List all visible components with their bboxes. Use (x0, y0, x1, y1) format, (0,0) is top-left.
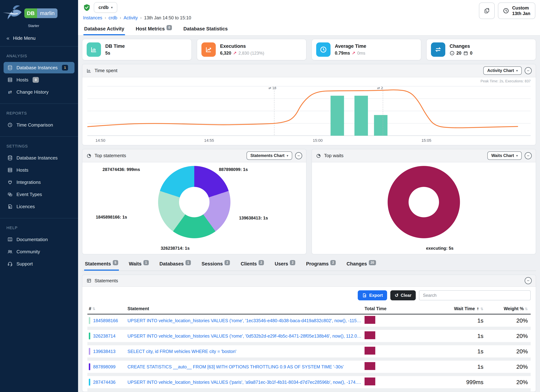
statement-sql-link[interactable]: UPSERT INTO vehicle_location_histories V… (127, 333, 362, 339)
sidebar-item-label: Support (16, 261, 33, 267)
section-title: REPORTS (6, 111, 72, 116)
clock-icon (503, 8, 509, 14)
top-waits-header: Top waits Waits Chart ▾ − (312, 149, 536, 162)
statement-sql-link[interactable]: CREATE STATISTICS __auto__ FROM [63] WIT… (127, 364, 362, 369)
wait-time-cell: 1s (424, 348, 485, 355)
clock-icon (7, 122, 13, 128)
statements-donut-chart[interactable] (158, 166, 230, 238)
sidebar-item-change-history[interactable]: ⇄ Change History (4, 86, 75, 98)
collapse-panel-button[interactable]: − (295, 152, 302, 159)
peak-note: Peak Time: 2s, Executions: 837 (87, 78, 531, 83)
waits-donut-chart[interactable] (388, 166, 460, 238)
sidebar-item-label: Licences (16, 204, 35, 209)
sidebar-item-event-types[interactable]: Event Types (4, 189, 75, 200)
column-header-wait-time[interactable]: Wait Time↑⇅ (424, 306, 485, 311)
subtab-users[interactable]: Users 2 (274, 259, 296, 271)
breadcrumb-crdb[interactable]: crdb (109, 15, 117, 20)
top-waits-panel: Top waits Waits Chart ▾ − executing: 5s (311, 149, 536, 254)
statement-sql-cell: SELECT city, id FROM vehicles WHERE city… (126, 349, 363, 354)
x-axis-label: 15:05 (421, 138, 431, 143)
sidebar-section-analysis: ANALYSIS Database Instances 1 Hosts 0 ⇄ … (0, 47, 78, 104)
time-spent-chart[interactable]: ⇄ 18⇄ 2 (87, 83, 531, 137)
server-icon (7, 167, 13, 173)
collapse-panel-button[interactable]: − (525, 277, 532, 284)
statement-id-link[interactable]: 887898099 (93, 364, 115, 369)
copy-icon (484, 8, 490, 14)
copy-link-button[interactable] (479, 3, 495, 19)
search-input[interactable] (419, 290, 531, 300)
export-button[interactable]: Export (358, 290, 387, 300)
subtab-databases[interactable]: Databases 1 (159, 259, 192, 271)
clear-button[interactable]: ↺ Clear (390, 290, 416, 300)
count-badge: 0 (33, 77, 39, 83)
sidebar-item-licences[interactable]: Licences (4, 201, 75, 212)
tab-database-activity[interactable]: Database Activity (83, 23, 125, 35)
statement-sql-link[interactable]: UPSERT INTO vehicle_location_histories V… (127, 380, 362, 385)
tab-database-statistics[interactable]: Database Statistics (183, 23, 229, 35)
sidebar-item-support[interactable]: Support (4, 258, 75, 270)
breadcrumb: Instances › crdb › Activity › 13th Jan 1… (83, 15, 535, 20)
card-value: 0.79ms (335, 50, 350, 56)
subtab-statements[interactable]: Statements 5 (84, 259, 119, 271)
breadcrumb-instances[interactable]: Instances (83, 15, 102, 20)
statement-id-link[interactable]: 139638413 (93, 349, 115, 354)
tab-label: Host Metrics (136, 26, 165, 32)
sidebar-item-time-comparison[interactable]: Time Comparison (4, 119, 75, 131)
statements-chart-select[interactable]: Statements Chart ▾ (246, 151, 292, 160)
total-time-cell (363, 347, 424, 356)
instance-selector[interactable]: crdb ▾ (94, 2, 117, 13)
statement-id-link[interactable]: 287474436 (93, 380, 115, 385)
subtab-label: Users (275, 261, 288, 267)
hide-menu-button[interactable]: « Hide Menu (0, 30, 78, 47)
sidebar-item-community[interactable]: Community (4, 246, 75, 257)
sidebar-item-integrations[interactable]: Integrations (4, 177, 75, 188)
collapse-panel-button[interactable]: − (525, 67, 532, 74)
marlin-fish-logo-icon (2, 4, 24, 23)
collapse-panel-button[interactable]: − (525, 152, 532, 159)
card-title: Executions (220, 44, 264, 49)
count-badge: 2 (290, 260, 295, 265)
subtab-clients[interactable]: Clients 2 (240, 259, 265, 271)
panel-title: Top waits (324, 153, 343, 159)
export-icon (362, 293, 367, 298)
column-header-total-time[interactable]: Total Time (363, 306, 424, 311)
total-time-cell (363, 316, 424, 325)
breadcrumb-activity[interactable]: Activity (124, 15, 138, 20)
trend-up-icon: ↗ (233, 51, 237, 56)
statement-sql-link[interactable]: SELECT city, id FROM vehicles WHERE city… (127, 349, 362, 354)
main-area: crdb ▾ Instances › crdb › Activity › 13t… (78, 0, 540, 392)
tab-host-metrics[interactable]: Host Metrics 0 (135, 23, 173, 35)
sidebar-item-database-instances[interactable]: Database Instances 1 (4, 62, 75, 73)
sidebar-item-settings-database-instances[interactable]: Database Instances (4, 152, 75, 164)
subtab-changes[interactable]: Changes 20 (346, 259, 376, 271)
weight-cell: 20% (485, 348, 531, 355)
subtab-sessions[interactable]: Sessions 2 (201, 259, 231, 271)
subtab-waits[interactable]: Waits 1 (128, 259, 150, 271)
change-history-icon: ⇄ (7, 89, 13, 95)
card-title: DB Time (105, 44, 125, 49)
sidebar-item-documentation[interactable]: Documentation (4, 234, 75, 245)
statement-sql-cell: CREATE STATISTICS __auto__ FROM [63] WIT… (126, 364, 363, 369)
statement-id-link[interactable]: 1845898166 (93, 318, 118, 323)
column-header-weight[interactable]: Weight %⇅ (485, 306, 531, 311)
export-label: Export (369, 293, 383, 298)
range-mode: Custom (512, 5, 529, 10)
activity-chart-select[interactable]: Activity Chart ▾ (483, 66, 522, 75)
column-header-num[interactable]: #⇅ (87, 306, 126, 311)
subtab-programs[interactable]: Programs 2 (305, 259, 336, 271)
statement-color-bar (89, 317, 90, 324)
pie-chart-icon (316, 153, 321, 159)
total-time-bar (365, 331, 375, 339)
table-toolbar: Export ↺ Clear (87, 290, 531, 300)
app-window: DB marlin Starter « Hide Menu ANALYSIS D… (0, 0, 540, 392)
waits-chart-select[interactable]: Waits Chart ▾ (487, 151, 522, 160)
time-range-button[interactable]: Custom 13th Jan (498, 3, 535, 19)
info-change-count: 20 (456, 50, 461, 56)
sidebar-item-hosts[interactable]: Hosts 0 (4, 74, 75, 85)
sidebar-item-settings-hosts[interactable]: Hosts (4, 164, 75, 176)
column-header-statement[interactable]: Statement (126, 306, 363, 311)
chart-select-label: Waits Chart (491, 153, 514, 158)
book-icon (7, 237, 13, 242)
statement-id-link[interactable]: 326238714 (93, 333, 115, 339)
statement-sql-link[interactable]: UPSERT INTO vehicle_location_histories V… (127, 318, 362, 323)
